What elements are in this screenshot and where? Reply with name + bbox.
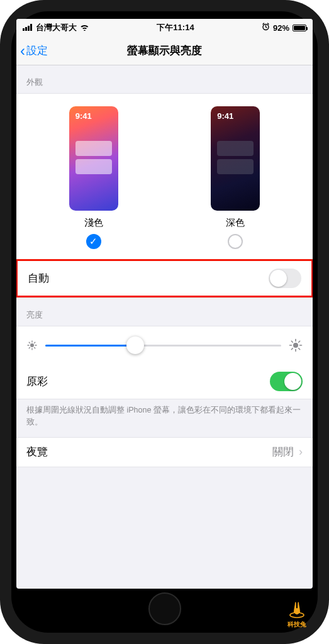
svg-line-13 [35,342,35,343]
svg-line-12 [29,348,30,348]
night-shift-value: 關閉 [272,445,294,459]
svg-line-20 [299,348,300,350]
carrier-label: 台灣大哥大 [36,22,77,33]
svg-rect-3 [30,24,32,31]
checkmark-icon: ✓ [89,236,98,247]
svg-rect-2 [28,26,30,31]
svg-rect-1 [25,27,27,31]
chevron-left-icon: ‹ [20,43,25,58]
wifi-icon [80,23,89,33]
svg-point-14 [293,343,298,348]
true-tone-cell[interactable]: 原彩 [16,364,313,399]
chevron-right-icon: › [299,445,303,458]
battery-percent: 92% [273,23,289,33]
svg-point-24 [294,608,300,614]
auto-toggle[interactable] [269,269,301,288]
phone-frame: 台灣大哥大 下午11:14 92% ‹ 設定 [0,0,329,644]
watermark-logo: 科技兔 [287,599,306,629]
brightness-slider[interactable] [45,336,281,354]
brightness-low-icon [26,340,38,351]
page-title: 螢幕顯示與亮度 [16,43,313,58]
light-label: 淺色 [69,217,118,229]
home-button[interactable] [148,592,181,625]
back-button[interactable]: ‹ 設定 [16,43,48,58]
watermark-text: 科技兔 [287,621,306,628]
true-tone-footer: 根據周圍光線狀況自動調整 iPhone 螢幕，讓色彩在不同的環境下都看起來一致。 [16,399,313,437]
appearance-group: 9:41 淺色 ✓ 9:41 深色 [16,93,313,298]
signal-icon [23,23,33,33]
svg-rect-0 [23,28,25,31]
appearance-option-light[interactable]: 9:41 淺色 ✓ [69,106,118,249]
alarm-icon [262,23,270,33]
true-tone-label: 原彩 [26,375,48,389]
status-bar: 台灣大哥大 下午11:14 92% [16,19,313,36]
appearance-option-dark[interactable]: 9:41 深色 [211,106,260,249]
light-radio-checked[interactable]: ✓ [86,234,101,249]
highlight-box: 自動 [16,259,313,297]
auto-label: 自動 [28,272,49,286]
svg-line-10 [29,342,30,343]
light-preview: 9:41 [69,106,118,211]
clock-label: 下午11:14 [157,22,194,33]
dark-preview: 9:41 [211,106,260,211]
phone-bezel: 台灣大哥大 下午11:14 92% ‹ 設定 [11,11,318,633]
screen: 台灣大哥大 下午11:14 92% ‹ 設定 [16,19,313,589]
preview-clock: 9:41 [75,111,92,121]
svg-line-19 [291,341,293,342]
night-shift-cell[interactable]: 夜覽 關閉 › [16,438,313,467]
svg-line-11 [35,348,35,348]
appearance-header: 外觀 [16,65,313,93]
dark-radio-unchecked[interactable] [228,234,243,249]
brightness-group: 原彩 [16,326,313,399]
night-shift-label: 夜覽 [26,445,48,459]
brightness-slider-row [16,326,313,364]
auto-appearance-cell[interactable]: 自動 [18,261,311,296]
svg-line-21 [291,348,293,350]
night-shift-group: 夜覽 關閉 › [16,437,313,467]
brightness-high-icon [289,338,303,352]
svg-point-5 [30,343,34,347]
svg-line-22 [299,341,300,342]
true-tone-toggle[interactable] [270,372,303,391]
brightness-header: 亮度 [16,298,313,326]
battery-icon [293,25,306,31]
dark-label: 深色 [211,217,260,229]
nav-bar: ‹ 設定 螢幕顯示與亮度 [16,36,313,65]
preview-clock: 9:41 [217,111,233,121]
back-label: 設定 [26,43,48,58]
